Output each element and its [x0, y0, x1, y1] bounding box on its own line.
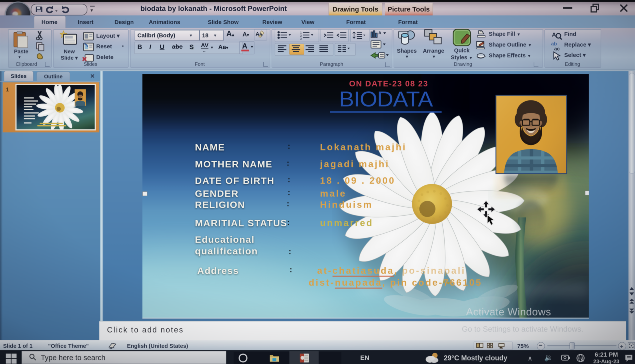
svg-text:1: 1: [300, 31, 302, 34]
svg-text:ac: ac: [554, 46, 560, 51]
svg-text:3: 3: [300, 37, 302, 40]
svg-text:A: A: [378, 30, 382, 35]
svg-text:2: 2: [300, 34, 302, 37]
svg-text:A: A: [552, 31, 556, 38]
